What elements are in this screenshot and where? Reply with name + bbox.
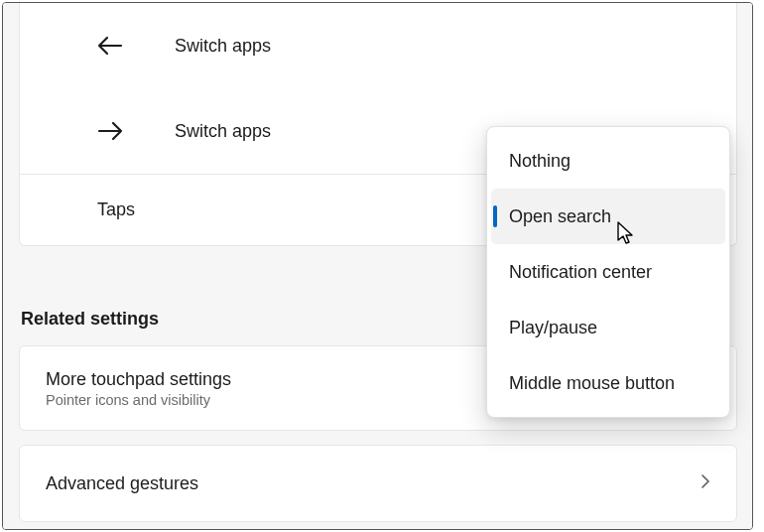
advanced-gestures-card[interactable]: Advanced gestures xyxy=(19,445,737,522)
dropdown-item-label: Open search xyxy=(509,206,611,227)
dropdown-item-middle-mouse[interactable]: Middle mouse button xyxy=(487,355,729,411)
gesture-swipe-right-label: Switch apps xyxy=(175,121,271,142)
dropdown-item-play-pause[interactable]: Play/pause xyxy=(487,300,729,355)
dropdown-item-notification-center[interactable]: Notification center xyxy=(487,244,729,300)
dropdown-item-label: Nothing xyxy=(509,151,571,172)
dropdown-item-label: Play/pause xyxy=(509,318,597,338)
taps-dropdown: Nothing Open search Notification center … xyxy=(486,126,730,418)
gesture-swipe-left-label: Switch apps xyxy=(175,36,271,57)
dropdown-item-open-search[interactable]: Open search xyxy=(491,189,725,244)
dropdown-item-nothing[interactable]: Nothing xyxy=(487,133,729,189)
content-area: Switch apps Switch apps Taps Related set… xyxy=(3,3,752,529)
taps-label: Taps xyxy=(97,200,135,220)
arrow-right-icon xyxy=(97,121,143,141)
settings-window: Switch apps Switch apps Taps Related set… xyxy=(2,2,753,530)
related-settings-heading: Related settings xyxy=(21,309,159,330)
advanced-gestures-title: Advanced gestures xyxy=(46,473,700,494)
dropdown-item-label: Notification center xyxy=(509,262,652,283)
arrow-left-icon xyxy=(97,36,143,56)
dropdown-item-label: Middle mouse button xyxy=(509,373,675,394)
chevron-right-icon xyxy=(700,473,710,494)
gesture-swipe-left-row[interactable]: Switch apps xyxy=(20,3,736,88)
